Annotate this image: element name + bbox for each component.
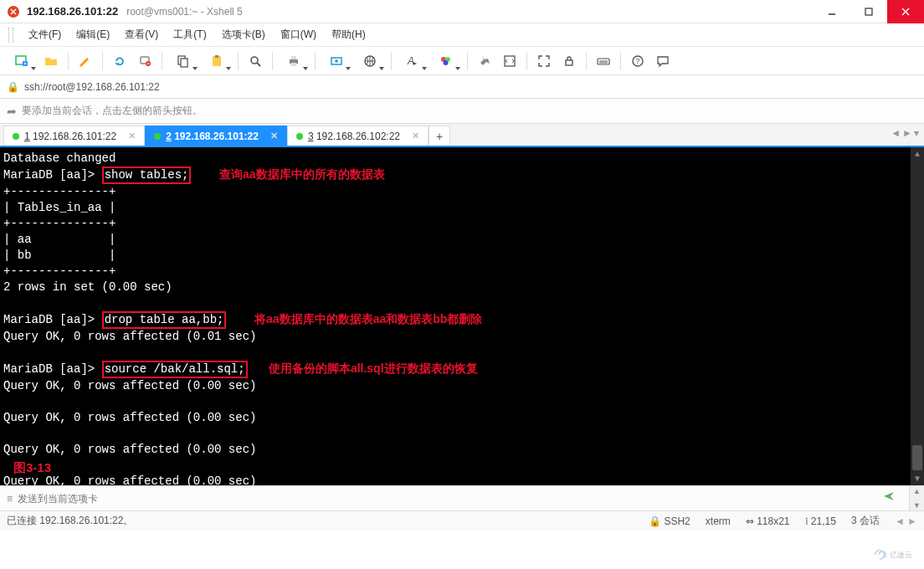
pin-icon[interactable]: ➦ <box>7 105 17 118</box>
compose-bar: ≡ ▲▼ <box>0 485 924 510</box>
session-tab-1[interactable]: 1 192.168.26.101:22 ✕ <box>3 126 145 146</box>
minimize-button[interactable] <box>814 0 850 23</box>
menu-edit[interactable]: 编辑(E) <box>74 26 111 44</box>
status-term: xterm <box>706 515 731 527</box>
svg-text:?: ? <box>636 57 640 65</box>
lock-icon: 🔒 <box>7 81 19 93</box>
language-button[interactable] <box>355 50 385 72</box>
menubar-grip <box>8 28 13 43</box>
compose-input[interactable] <box>18 493 917 505</box>
chat-button[interactable] <box>652 50 674 72</box>
toolbar-sep <box>586 52 587 70</box>
terminal[interactable]: Database changed MariaDB [aa]> show tabl… <box>0 147 924 485</box>
tab-next-icon[interactable]: ► <box>902 127 912 139</box>
copy-button[interactable] <box>168 50 198 72</box>
search-button[interactable] <box>244 50 266 72</box>
status-sessions: 3 会话 <box>851 514 880 528</box>
paste-button[interactable] <box>202 50 232 72</box>
fullscreen-button[interactable] <box>533 50 555 72</box>
script-button[interactable] <box>499 50 521 72</box>
edit-button[interactable] <box>74 50 96 72</box>
open-button[interactable] <box>40 50 62 72</box>
annotation-2: 将aa数据库中的数据表aa和数据表bb都删除 <box>254 312 482 326</box>
svg-text:亿速云: 亿速云 <box>889 551 912 559</box>
menu-file[interactable]: 文件(F) <box>27 26 63 44</box>
tab-prev-icon[interactable]: ◄ <box>891 127 901 139</box>
tab-strip: 1 192.168.26.101:22 ✕ 2 192.168.26.101:2… <box>0 124 924 147</box>
compose-scroll[interactable]: ▲▼ <box>909 486 924 510</box>
toolbar-sep <box>467 52 468 70</box>
address-url[interactable]: ssh://root@192.168.26.101:22 <box>24 81 160 93</box>
toolbar-sep <box>315 52 316 70</box>
status-nav[interactable]: ◄ ► <box>895 515 917 527</box>
hl-show-tables: show tables; <box>102 167 192 184</box>
disconnect-button[interactable] <box>134 50 156 72</box>
send-button[interactable] <box>882 490 896 505</box>
tab-close-icon[interactable]: ✕ <box>270 131 278 141</box>
svg-rect-29 <box>566 60 572 65</box>
toolbar-sep <box>238 52 239 70</box>
status-protocol: 🔒 SSH2 <box>649 515 690 527</box>
toolbar-sep <box>620 52 621 70</box>
close-button[interactable] <box>887 0 924 23</box>
scroll-up-icon[interactable]: ▲ <box>911 147 924 161</box>
status-dot-icon <box>296 133 303 140</box>
toolbar-sep <box>526 52 527 70</box>
toolbar-sep <box>102 52 103 70</box>
menu-help[interactable]: 帮助(H) <box>330 26 367 44</box>
app-icon <box>7 5 20 18</box>
maximize-button[interactable] <box>850 0 887 23</box>
hint-text: 要添加当前会话，点击左侧的箭头按钮。 <box>22 104 203 118</box>
status-dot-icon <box>154 133 161 140</box>
svg-rect-28 <box>505 56 515 66</box>
status-bar: 已连接 192.168.26.101:22。 🔒 SSH2 xterm ⇔ 11… <box>0 510 924 531</box>
menu-window[interactable]: 窗口(W) <box>279 26 318 44</box>
help-button[interactable]: ? <box>627 50 649 72</box>
terminal-scrollbar[interactable]: ▲ ▼ <box>911 147 924 485</box>
menu-tabs[interactable]: 选项卡(B) <box>220 26 267 44</box>
svg-rect-13 <box>181 59 187 67</box>
svg-rect-19 <box>291 56 296 59</box>
svg-rect-15 <box>215 55 218 58</box>
new-tab-button[interactable]: + <box>429 126 450 146</box>
annotation-1: 查询aa数据库中的所有的数据表 <box>219 167 385 181</box>
status-connection: 已连接 192.168.26.101:22。 <box>7 514 634 528</box>
tools-button[interactable] <box>474 50 495 72</box>
tab-close-icon[interactable]: ✕ <box>128 131 136 141</box>
svg-text:▸: ▸ <box>413 59 417 67</box>
annotation-3: 使用备份的脚本all.sql进行数据表的恢复 <box>269 361 478 375</box>
toolbar-sep <box>391 52 392 70</box>
session-tab-2[interactable]: 2 192.168.26.101:22 ✕ <box>145 126 287 146</box>
toolbar-sep <box>68 52 69 70</box>
menu-view[interactable]: 查看(V) <box>123 26 160 44</box>
svg-point-16 <box>251 57 258 64</box>
new-session-button[interactable] <box>7 50 37 72</box>
menu-tools[interactable]: 工具(T) <box>172 26 208 44</box>
title-path: root@vms001:~ - Xshell 5 <box>126 6 243 18</box>
font-button[interactable]: A▸ <box>398 50 428 72</box>
color-button[interactable] <box>431 50 461 72</box>
figure-caption: 图3-13 <box>13 459 51 475</box>
status-dot-icon <box>13 133 19 140</box>
hl-source: source /bak/all.sql; <box>102 361 248 378</box>
keyboard-button[interactable] <box>593 50 614 72</box>
reconnect-button[interactable] <box>109 50 131 72</box>
session-tab-3[interactable]: 3 192.168.26.102:22 ✕ <box>287 126 429 146</box>
menubar: 文件(F) 编辑(E) 查看(V) 工具(T) 选项卡(B) 窗口(W) 帮助(… <box>0 23 924 47</box>
watermark: 亿速云 <box>870 545 921 567</box>
tab-list-icon[interactable]: ▾ <box>914 127 919 139</box>
terminal-content: Database changed MariaDB [aa]> show tabl… <box>3 151 921 485</box>
address-bar: 🔒 ssh://root@192.168.26.101:22 <box>0 75 924 99</box>
tab-close-icon[interactable]: ✕ <box>412 131 419 141</box>
lock-button[interactable] <box>558 50 580 72</box>
toolbar-sep <box>162 52 162 70</box>
scroll-thumb[interactable] <box>912 445 922 470</box>
scroll-down-icon[interactable]: ▼ <box>911 472 924 485</box>
transfer-button[interactable] <box>321 50 352 72</box>
toolbar: A▸ ? <box>0 47 924 75</box>
print-button[interactable] <box>279 50 309 72</box>
svg-rect-20 <box>291 63 296 66</box>
svg-rect-2 <box>865 8 872 15</box>
title-host: 192.168.26.101:22 <box>27 5 118 18</box>
toolbar-sep <box>272 52 273 70</box>
